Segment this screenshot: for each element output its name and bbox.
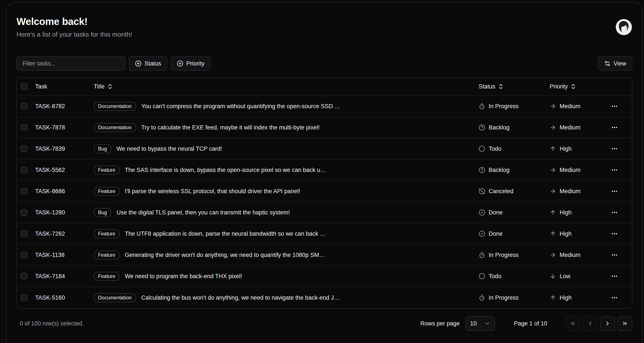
select-all-checkbox[interactable] xyxy=(21,83,27,90)
ellipsis-icon xyxy=(611,252,618,259)
row-actions-button[interactable] xyxy=(610,250,619,260)
priority-label: Medium xyxy=(560,167,580,173)
column-header-priority[interactable]: Priority xyxy=(550,83,576,90)
circle-icon xyxy=(479,145,485,152)
rows-per-page-label: Rows per page xyxy=(420,320,460,327)
chevrons-up-down-icon xyxy=(107,83,113,90)
row-checkbox[interactable] xyxy=(21,231,27,237)
status-label: Backlog xyxy=(489,124,510,131)
row-checkbox[interactable] xyxy=(21,167,27,173)
ellipsis-icon xyxy=(611,230,618,237)
row-actions-button[interactable] xyxy=(610,229,619,239)
filter-tasks-input[interactable] xyxy=(16,56,126,71)
label-badge: Feature xyxy=(94,166,120,175)
row-checkbox[interactable] xyxy=(21,145,27,152)
row-checkbox[interactable] xyxy=(21,209,27,216)
help-circle-icon xyxy=(479,124,485,131)
row-checkbox[interactable] xyxy=(21,103,27,109)
table-row: TASK-8686 Feature I'll parse the wireles… xyxy=(17,181,632,202)
row-checkbox[interactable] xyxy=(21,188,27,194)
status-label: In Progress xyxy=(489,103,518,110)
avatar-illustration xyxy=(616,19,632,35)
chevrons-up-down-icon xyxy=(498,83,504,90)
row-checkbox[interactable] xyxy=(21,295,27,301)
row-checkbox[interactable] xyxy=(21,273,27,280)
status-label: Todo xyxy=(489,145,502,152)
row-actions-button[interactable] xyxy=(610,101,619,111)
table-row: TASK-1280 Bug Use the digital TLS panel,… xyxy=(17,202,632,223)
column-header-title[interactable]: Title xyxy=(94,83,113,90)
ellipsis-icon xyxy=(611,188,618,195)
page-info: Page 1 of 10 xyxy=(514,320,547,327)
priority-label: High xyxy=(560,231,572,237)
task-id: TASK-5160 xyxy=(31,295,90,301)
chevrons-left-icon xyxy=(570,320,576,327)
status-label: Done xyxy=(489,231,503,237)
table-row: TASK-8782 Documentation You can't compre… xyxy=(17,96,632,117)
row-checkbox[interactable] xyxy=(21,252,27,258)
view-button-label: View xyxy=(614,60,626,67)
row-checkbox[interactable] xyxy=(21,124,27,131)
chevron-right-icon xyxy=(604,320,611,327)
selected-rows-info: 0 of 100 row(s) selected. xyxy=(20,320,84,327)
status-filter-button[interactable]: Status xyxy=(129,56,167,71)
row-actions-button[interactable] xyxy=(610,272,619,281)
row-actions-button[interactable] xyxy=(610,144,619,153)
ellipsis-icon xyxy=(611,167,618,173)
status-label: Todo xyxy=(489,273,502,280)
arrow-up-icon xyxy=(550,295,556,301)
label-badge: Feature xyxy=(94,272,120,281)
task-id: TASK-8782 xyxy=(31,103,90,110)
previous-page-button[interactable] xyxy=(583,316,598,331)
last-page-button[interactable] xyxy=(618,316,632,331)
timer-icon xyxy=(479,295,485,301)
task-id: TASK-7262 xyxy=(31,231,90,237)
column-header-status[interactable]: Status xyxy=(479,83,504,90)
tasks-table: Task Title Status Priority xyxy=(16,77,632,309)
task-title: Calculating the bus won't do anything, w… xyxy=(141,295,340,301)
arrow-up-icon xyxy=(550,145,556,152)
avatar[interactable] xyxy=(616,19,632,35)
status-label: In Progress xyxy=(489,252,518,259)
task-title: Generating the driver won't do anything,… xyxy=(125,252,325,259)
circle-check-icon xyxy=(479,209,485,216)
task-id: TASK-1280 xyxy=(31,209,90,216)
status-label: In Progress xyxy=(489,295,518,301)
priority-label: Low xyxy=(560,273,570,280)
task-title: The SAS interface is down, bypass the op… xyxy=(125,167,326,173)
arrow-right-icon xyxy=(550,188,556,194)
row-actions-button[interactable] xyxy=(610,165,619,175)
priority-label: Medium xyxy=(560,103,580,110)
next-page-button[interactable] xyxy=(600,316,615,331)
row-actions-button[interactable] xyxy=(610,293,619,303)
table-row: TASK-7184 Feature We need to program the… xyxy=(17,266,632,287)
arrow-up-icon xyxy=(550,209,556,216)
rows-per-page-select[interactable]: 10 xyxy=(466,316,495,331)
task-title: The UTF8 application is down, parse the … xyxy=(125,231,326,237)
timer-icon xyxy=(479,252,485,258)
table-header-row: Task Title Status Priority xyxy=(17,78,632,96)
pagination xyxy=(566,316,632,331)
arrow-up-icon xyxy=(550,231,556,237)
plus-circle-icon xyxy=(177,60,183,67)
priority-label: High xyxy=(560,209,572,216)
row-actions-button[interactable] xyxy=(610,186,619,196)
priority-filter-button[interactable]: Priority xyxy=(171,56,211,71)
table-row: TASK-5562 Feature The SAS interface is d… xyxy=(17,160,632,181)
sliders-icon xyxy=(604,60,610,67)
label-badge: Feature xyxy=(94,251,120,260)
table-row: TASK-1138 Feature Generating the driver … xyxy=(17,245,632,266)
rows-per-page-value: 10 xyxy=(470,320,477,327)
row-actions-button[interactable] xyxy=(610,208,619,217)
column-header-task: Task xyxy=(31,83,90,90)
first-page-button[interactable] xyxy=(566,316,580,331)
timer-icon xyxy=(479,103,485,109)
chevrons-up-down-icon xyxy=(570,83,576,90)
label-badge: Bug xyxy=(94,144,111,153)
ellipsis-icon xyxy=(611,103,618,110)
ellipsis-icon xyxy=(611,209,618,216)
circle-off-icon xyxy=(479,188,485,194)
row-actions-button[interactable] xyxy=(610,123,619,132)
view-button[interactable]: View xyxy=(598,56,632,71)
toolbar: Status Priority View xyxy=(16,56,632,71)
